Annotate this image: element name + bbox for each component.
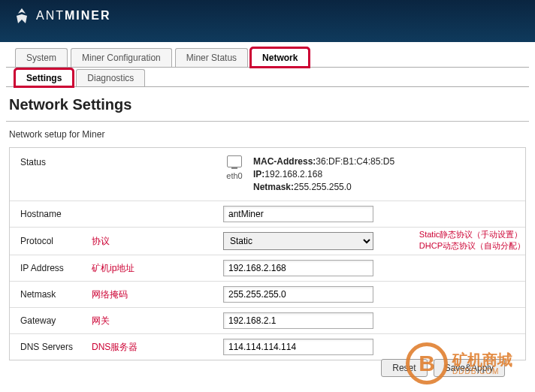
tab-system[interactable]: System [15,48,68,67]
row-dns: DNS Servers DNS服务器 [10,334,525,360]
gateway-label: Gateway [20,315,92,326]
dns-input[interactable] [223,339,373,355]
tab-diagnostics[interactable]: Diagnostics [76,69,145,86]
ip-annotation: 矿机ip地址 [92,262,223,275]
status-details: MAC-Address:36:DF:B1:C4:85:D5 IP:192.168… [253,155,394,193]
settings-panel: Status eth0 MAC-Address:36:DF:B1:C4:85:D… [9,147,526,360]
netmask-annotation: 网络掩码 [92,288,223,301]
main-content: System Miner Configuration Miner Status … [0,48,535,360]
row-protocol: Protocol 协议 Static Static静态协议（手动设置） DHCP… [10,228,525,255]
primary-tabs: System Miner Configuration Miner Status … [6,48,529,68]
gateway-input[interactable] [223,312,373,329]
app-header: ANTMINER [0,0,535,42]
ip-label: IP Address [20,263,92,273]
page-title: Network Settings [6,87,529,122]
netmask-input[interactable] [223,286,373,303]
dns-annotation: DNS服务器 [92,341,223,354]
tab-settings[interactable]: Settings [15,69,73,86]
interface-name: eth0 [226,171,242,180]
row-ip: IP Address 矿机ip地址 [10,255,525,282]
row-hostname: Hostname [10,201,525,228]
hostname-label: Hostname [20,209,92,219]
ip-input[interactable] [223,260,373,276]
reset-button[interactable]: Reset [381,359,427,377]
protocol-side-annotation: Static静态协议（手动设置） DHCP动态协议（自动分配） [419,229,525,251]
app-logo: ANTMINER [11,0,111,27]
dns-label: DNS Servers [20,342,92,352]
secondary-tabs: Settings Diagnostics [6,69,529,87]
footer-buttons: Reset Save&Apply [381,359,505,377]
row-netmask: Netmask 网络掩码 [10,282,525,308]
protocol-annotation: 协议 [92,235,223,248]
tab-miner-status[interactable]: Miner Status [175,48,248,67]
gateway-annotation: 网关 [92,315,223,327]
save-apply-button[interactable]: Save&Apply [434,359,505,377]
status-label: Status [20,155,216,193]
page-subtitle: Network setup for Miner [6,122,529,147]
tab-network[interactable]: Network [251,48,309,67]
ant-icon [11,5,33,27]
status-row: Status eth0 MAC-Address:36:DF:B1:C4:85:D… [10,148,525,201]
row-gateway: Gateway 网关 [10,308,525,334]
tab-miner-config[interactable]: Miner Configuration [71,48,172,67]
protocol-select[interactable]: Static [223,232,373,250]
interface-icon-box: eth0 [216,155,253,193]
netmask-label: Netmask [20,289,92,300]
ethernet-icon [227,155,242,167]
hostname-input[interactable] [223,206,373,222]
protocol-label: Protocol [20,236,92,246]
